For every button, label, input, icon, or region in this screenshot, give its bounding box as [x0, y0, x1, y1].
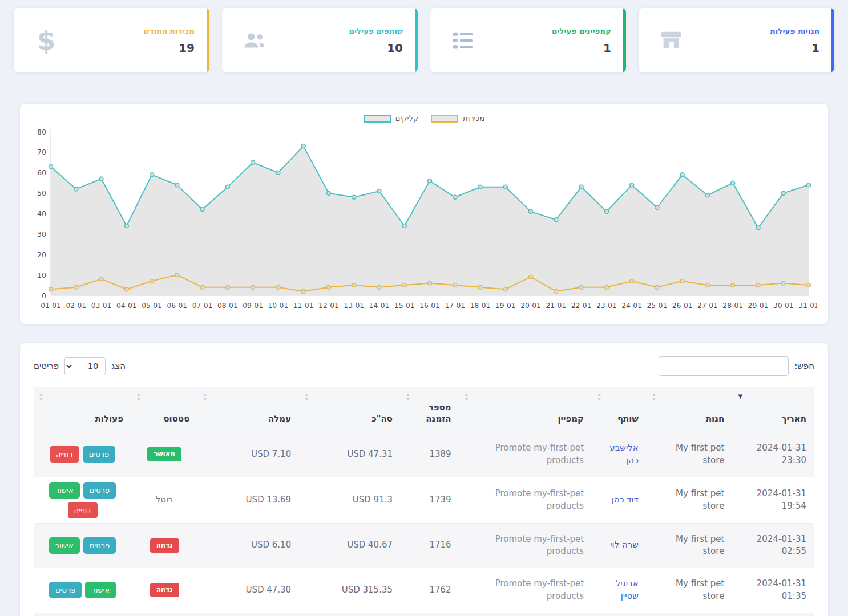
- svg-text:0: 0: [42, 291, 46, 300]
- svg-text:26-01: 26-01: [672, 302, 693, 310]
- column-header-status[interactable]: ▲▼סטטוס: [131, 387, 197, 432]
- column-header-order[interactable]: ▲▼מספר הזמנה: [401, 387, 459, 432]
- column-header-total[interactable]: ▲▼סה"כ: [299, 387, 401, 432]
- svg-text:20: 20: [37, 250, 46, 259]
- sort-desc-icon: ▼: [738, 392, 742, 400]
- store-cell: My first pet store: [647, 477, 732, 523]
- svg-text:07-01: 07-01: [192, 302, 213, 310]
- column-header-commission[interactable]: ▲▼עמלה: [197, 387, 299, 432]
- approve-button[interactable]: אישור: [85, 582, 116, 598]
- orders-table: ▼תאריך▲▼חנות▲▼שותף▲▼קמפיין▲▼מספר הזמנה▲▼…: [34, 387, 814, 616]
- actions-cell: פרטיםאישור: [34, 523, 131, 568]
- date-cell: 2024-01-3119:54: [732, 477, 814, 523]
- svg-text:50: 50: [37, 189, 46, 197]
- stat-text: חנויות פעילות1: [770, 26, 819, 55]
- legend-item-sales[interactable]: מכירות: [431, 114, 484, 123]
- date-value: 2024-01-31: [740, 442, 806, 455]
- svg-text:03-01: 03-01: [91, 302, 112, 310]
- svg-text:80: 80: [37, 128, 46, 136]
- partner-link[interactable]: אלישבע כהן: [609, 443, 639, 465]
- legend-swatch: [364, 115, 391, 123]
- legend-label: קליקים: [395, 114, 418, 123]
- reject-button[interactable]: דחייה: [50, 446, 79, 463]
- show-label: הצג: [111, 361, 126, 371]
- items-label: פריטים: [34, 361, 59, 371]
- svg-text:70: 70: [37, 148, 46, 156]
- partner-link[interactable]: שרה לוי: [610, 540, 639, 550]
- stat-value: 10: [349, 41, 403, 55]
- svg-text:22-01: 22-01: [571, 302, 592, 310]
- date-value: 2024-01-31: [740, 488, 806, 500]
- store-cell: [647, 613, 732, 616]
- status-badge: נדחה: [150, 538, 179, 553]
- order-number-cell: 1716: [401, 523, 459, 568]
- stat-value: 1: [552, 41, 611, 55]
- commission-cell: USD 13.69: [197, 477, 299, 523]
- header-row: ▼תאריך▲▼חנות▲▼שותף▲▼קמפיין▲▼מספר הזמנה▲▼…: [34, 387, 814, 432]
- details-button[interactable]: פרטים: [49, 582, 82, 598]
- commission-cell: USD 7.10: [197, 432, 299, 477]
- clicks-sales-line-chart: 0102030405060708001-0102-0103-0104-0105-…: [31, 127, 817, 315]
- approve-button[interactable]: אישור: [49, 482, 80, 499]
- campaign-cell: Promote my-first-pet products: [459, 523, 592, 568]
- sort-icon: ▲▼: [39, 392, 43, 402]
- actions-cell: פרטיםדחייה: [34, 432, 131, 477]
- total-cell: USD 91.3: [299, 477, 401, 523]
- store-icon: [657, 26, 685, 55]
- partner-link[interactable]: אביגיל שטיין: [616, 578, 639, 601]
- show-entries: הצג 10 פריטים: [34, 357, 126, 375]
- sort-icon: ▲▼: [305, 392, 308, 402]
- approve-button[interactable]: אישור: [49, 537, 80, 554]
- total-cell: USD 47.31: [299, 432, 401, 477]
- svg-text:60: 60: [37, 168, 46, 177]
- stat-text: קמפיינים פעילים1: [552, 26, 611, 55]
- svg-text:27-01: 27-01: [697, 302, 718, 310]
- sort-icon: ▲▼: [465, 392, 469, 402]
- partner-link[interactable]: דוד כהן: [612, 495, 639, 505]
- svg-text:04-01: 04-01: [116, 302, 137, 310]
- details-button[interactable]: פרטים: [83, 537, 116, 554]
- status-cell: בוטל: [131, 477, 197, 523]
- time-value: 19:54: [740, 500, 806, 513]
- search-input[interactable]: [659, 356, 789, 376]
- sort-icon: ▲▼: [203, 392, 207, 402]
- stat-label: מכירות החודש: [144, 26, 195, 35]
- column-header-actions[interactable]: ▲▼פעולות: [34, 387, 131, 432]
- column-header-store[interactable]: ▲▼חנות: [647, 387, 732, 432]
- legend-label: מכירות: [463, 114, 484, 123]
- column-header-date[interactable]: ▼תאריך: [732, 387, 814, 432]
- details-button[interactable]: פרטים: [83, 446, 115, 463]
- date-cell: [732, 613, 814, 616]
- stat-card-active-stores: חנויות פעילות1: [639, 8, 834, 72]
- svg-text:28-01: 28-01: [722, 302, 743, 310]
- page-size-select[interactable]: 10: [64, 357, 106, 375]
- actions-cell: פרטיםאישורדחייה: [34, 477, 131, 523]
- search-group: חפש:: [659, 356, 814, 376]
- details-button[interactable]: פרטים: [83, 482, 116, 499]
- total-cell: USD 315.35: [299, 568, 401, 613]
- date-value: 2024-01-31: [740, 578, 806, 590]
- legend-item-clicks[interactable]: קליקים: [364, 114, 418, 123]
- svg-text:29-01: 29-01: [748, 302, 769, 310]
- total-cell: [299, 613, 401, 616]
- orders-table-body: 2024-01-3123:30My first pet storeאלישבע …: [34, 432, 814, 616]
- svg-text:08-01: 08-01: [217, 302, 238, 310]
- actions-cell: פרטיםאישור: [34, 613, 131, 616]
- stat-card-active-campaigns: קמפיינים פעילים1: [430, 8, 626, 72]
- svg-text:05-01: 05-01: [142, 302, 162, 310]
- svg-text:09-01: 09-01: [243, 302, 263, 310]
- reject-button[interactable]: דחייה: [68, 502, 98, 518]
- partner-cell: אביגיל שטיין: [592, 568, 647, 613]
- stat-card-active-partners: שותפים פעילים10: [222, 8, 418, 72]
- stat-value: 1: [770, 41, 819, 55]
- svg-text:14-01: 14-01: [369, 302, 390, 310]
- time-value: 01:35: [740, 590, 806, 603]
- svg-text:11-01: 11-01: [293, 302, 314, 310]
- svg-text:23-01: 23-01: [596, 302, 617, 310]
- column-header-campaign[interactable]: ▲▼קמפיין: [459, 387, 592, 432]
- order-number-cell: 1389: [401, 432, 459, 477]
- svg-text:19-01: 19-01: [495, 302, 516, 310]
- table-row: 2024-01-3123:30My first pet storeאלישבע …: [34, 432, 814, 477]
- partner-cell: [592, 613, 647, 616]
- column-header-partner[interactable]: ▲▼שותף: [592, 387, 647, 432]
